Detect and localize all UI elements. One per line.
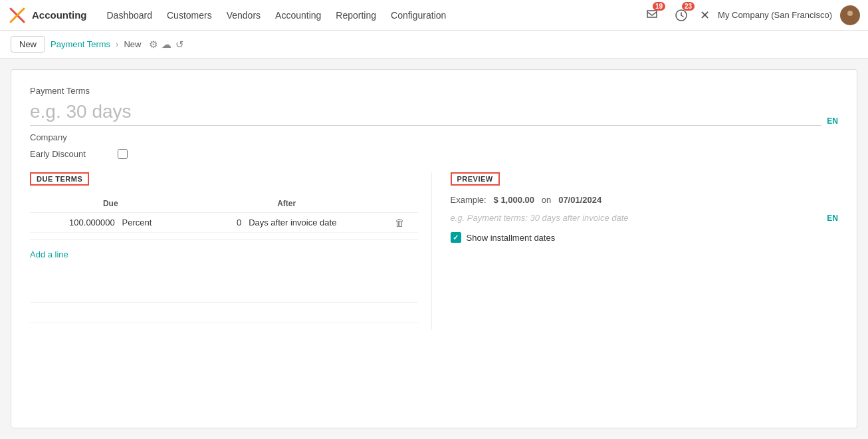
- bottom-divider-2: [30, 323, 418, 323]
- preview-section: PREVIEW Example: $ 1,000.00 on 07/01/202…: [432, 172, 839, 330]
- percent-value: 100.000000: [69, 218, 115, 227]
- nav-customers[interactable]: Customers: [160, 6, 219, 25]
- show-installment-checkbox[interactable]: [451, 232, 461, 243]
- col-due-header: Due: [30, 195, 191, 213]
- two-col-section: DUE TERMS Due After 100.000000: [30, 172, 838, 330]
- new-button[interactable]: New: [11, 36, 45, 53]
- avatar[interactable]: [840, 5, 860, 25]
- cloud-icon[interactable]: ☁: [162, 39, 171, 51]
- breadcrumb-icons: ⚙ ☁ ↺: [149, 39, 184, 51]
- on-label: on: [542, 195, 551, 205]
- example-date: 07/01/2024: [558, 195, 601, 205]
- svg-point-3: [847, 11, 853, 16]
- activity-badge: 23: [682, 2, 695, 11]
- undo-icon[interactable]: ↺: [175, 39, 184, 51]
- delete-icon[interactable]: 🗑: [395, 217, 405, 228]
- early-discount-row: Early Discount: [30, 149, 838, 159]
- main-content: Payment Terms EN Company Early Discount …: [0, 59, 868, 439]
- topnav-right: 19 23 ✕ My Company (San Francisco): [641, 5, 860, 26]
- top-menu: Dashboard Customers Vendors Accounting R…: [100, 6, 453, 25]
- nav-vendors[interactable]: Vendors: [220, 6, 267, 25]
- gear-icon[interactable]: ⚙: [149, 39, 158, 51]
- col-action-header: [382, 195, 418, 213]
- show-installment-row: Show installment dates: [451, 232, 839, 243]
- row-percent: 100.000000 Percent: [30, 213, 191, 233]
- nav-dashboard[interactable]: Dashboard: [100, 6, 160, 25]
- days-description: Days after invoice date: [249, 218, 336, 227]
- table-divider: [30, 239, 418, 240]
- settings-icon[interactable]: ✕: [700, 8, 710, 23]
- add-line-button[interactable]: Add a line: [30, 247, 68, 262]
- due-terms-table: Due After 100.000000 Percent: [30, 195, 418, 233]
- breadcrumb-separator: ›: [116, 39, 118, 49]
- preview-input-row: e.g. Payment terms: 30 days after invoic…: [451, 213, 839, 223]
- example-label: Example:: [451, 195, 487, 205]
- breadcrumb-bar: New Payment Terms › New ⚙ ☁ ↺: [0, 31, 868, 59]
- preview-header: PREVIEW: [451, 172, 500, 186]
- app-brand: Accounting: [32, 9, 87, 21]
- bottom-divider-1: [30, 302, 418, 303]
- row-after: 0 Days after invoice date: [191, 213, 382, 233]
- nav-configuration[interactable]: Configuration: [384, 6, 453, 25]
- table-row: 100.000000 Percent 0 Days after invoice …: [30, 213, 418, 233]
- example-amount: $ 1,000.00: [494, 195, 534, 205]
- payment-terms-label: Payment Terms: [30, 86, 838, 96]
- lang-badge-title[interactable]: EN: [827, 116, 838, 126]
- title-row: EN: [30, 98, 838, 126]
- preview-example-row: Example: $ 1,000.00 on 07/01/2024: [451, 195, 839, 205]
- messages-button[interactable]: 19: [641, 5, 663, 26]
- nav-accounting[interactable]: Accounting: [269, 6, 328, 25]
- preview-lang-badge[interactable]: EN: [827, 214, 838, 223]
- early-discount-label: Early Discount: [30, 149, 110, 159]
- company-name: My Company (San Francisco): [718, 10, 832, 20]
- nav-reporting[interactable]: Reporting: [329, 6, 383, 25]
- company-label: Company: [30, 132, 110, 142]
- breadcrumb-current: New: [124, 39, 141, 49]
- top-navigation: Accounting Dashboard Customers Vendors A…: [0, 0, 868, 31]
- activity-button[interactable]: 23: [671, 5, 692, 26]
- due-terms-section: DUE TERMS Due After 100.000000: [30, 172, 432, 330]
- app-logo: [8, 6, 27, 25]
- due-terms-header: DUE TERMS: [30, 172, 89, 186]
- messages-badge: 19: [653, 2, 665, 11]
- breadcrumb-parent[interactable]: Payment Terms: [51, 39, 110, 49]
- payment-terms-input[interactable]: [30, 98, 821, 126]
- form-card: Payment Terms EN Company Early Discount …: [11, 69, 857, 428]
- company-row: Company: [30, 132, 838, 142]
- preview-placeholder: e.g. Payment terms: 30 days after invoic…: [451, 213, 827, 223]
- days-value: 0: [237, 218, 241, 227]
- show-installment-label: Show installment dates: [467, 233, 556, 243]
- percent-type: Percent: [122, 218, 152, 227]
- early-discount-checkbox[interactable]: [118, 149, 128, 159]
- col-after-header: After: [191, 195, 382, 213]
- row-delete[interactable]: 🗑: [382, 213, 418, 233]
